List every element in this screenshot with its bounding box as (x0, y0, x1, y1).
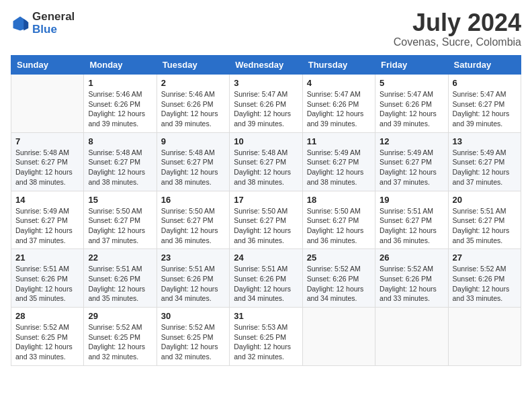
cell-day-number: 11 (307, 136, 371, 146)
cell-info: Sunrise: 5:49 AMSunset: 6:27 PMDaylight:… (453, 148, 517, 187)
logo-icon (11, 14, 30, 33)
cell-info: Sunrise: 5:52 AMSunset: 6:26 PMDaylight:… (307, 264, 371, 304)
calendar-cell: 28Sunrise: 5:52 AMSunset: 6:25 PMDayligh… (11, 308, 84, 366)
cell-info: Sunrise: 5:52 AMSunset: 6:26 PMDaylight:… (380, 264, 443, 304)
cell-day-number: 27 (453, 253, 517, 263)
cell-info: Sunrise: 5:49 AMSunset: 6:27 PMDaylight:… (15, 206, 79, 246)
cell-day-number: 14 (15, 195, 79, 205)
cell-info: Sunrise: 5:49 AMSunset: 6:27 PMDaylight:… (307, 148, 371, 187)
cell-info: Sunrise: 5:52 AMSunset: 6:25 PMDaylight:… (161, 322, 225, 362)
calendar-cell: 16Sunrise: 5:50 AMSunset: 6:27 PMDayligh… (157, 191, 229, 249)
cell-info: Sunrise: 5:51 AMSunset: 6:26 PMDaylight:… (234, 264, 298, 304)
calendar-cell: 24Sunrise: 5:51 AMSunset: 6:26 PMDayligh… (230, 249, 302, 308)
cell-day-number: 10 (234, 136, 298, 146)
page-header: General Blue July 2024 Covenas, Sucre, C… (11, 11, 521, 48)
calendar-cell: 30Sunrise: 5:52 AMSunset: 6:25 PMDayligh… (157, 308, 229, 366)
calendar-cell: 11Sunrise: 5:49 AMSunset: 6:27 PMDayligh… (302, 132, 375, 191)
cell-info: Sunrise: 5:50 AMSunset: 6:27 PMDaylight:… (88, 206, 152, 246)
calendar-cell: 23Sunrise: 5:51 AMSunset: 6:26 PMDayligh… (157, 249, 229, 308)
cell-info: Sunrise: 5:51 AMSunset: 6:27 PMDaylight:… (380, 206, 443, 246)
cell-day-number: 24 (234, 253, 298, 263)
calendar-cell: 15Sunrise: 5:50 AMSunset: 6:27 PMDayligh… (84, 191, 157, 249)
weekday-header: Sunday (11, 56, 84, 75)
calendar-table: SundayMondayTuesdayWednesdayThursdayFrid… (11, 55, 521, 366)
calendar-cell: 5Sunrise: 5:47 AMSunset: 6:26 PMDaylight… (375, 75, 448, 133)
cell-day-number: 6 (453, 78, 517, 88)
cell-day-number: 31 (234, 311, 298, 321)
cell-day-number: 28 (15, 311, 79, 321)
cell-info: Sunrise: 5:48 AMSunset: 6:27 PMDaylight:… (15, 148, 79, 187)
cell-info: Sunrise: 5:49 AMSunset: 6:27 PMDaylight:… (380, 148, 443, 187)
calendar-cell (375, 308, 448, 366)
cell-day-number: 20 (453, 195, 517, 205)
calendar-cell: 25Sunrise: 5:52 AMSunset: 6:26 PMDayligh… (302, 249, 375, 308)
cell-day-number: 21 (15, 253, 79, 263)
cell-day-number: 9 (161, 136, 225, 146)
calendar-cell: 3Sunrise: 5:47 AMSunset: 6:26 PMDaylight… (230, 75, 302, 133)
calendar-cell: 6Sunrise: 5:47 AMSunset: 6:27 PMDaylight… (448, 75, 521, 133)
calendar-cell: 1Sunrise: 5:46 AMSunset: 6:26 PMDaylight… (84, 75, 157, 133)
calendar-cell: 19Sunrise: 5:51 AMSunset: 6:27 PMDayligh… (375, 191, 448, 249)
cell-day-number: 19 (380, 195, 443, 205)
cell-day-number: 3 (234, 78, 298, 88)
cell-info: Sunrise: 5:53 AMSunset: 6:25 PMDaylight:… (234, 322, 298, 362)
cell-info: Sunrise: 5:51 AMSunset: 6:26 PMDaylight:… (15, 264, 79, 304)
svg-marker-1 (24, 19, 28, 31)
calendar-cell (302, 308, 375, 366)
cell-day-number: 13 (453, 136, 517, 146)
cell-day-number: 2 (161, 78, 225, 88)
cell-day-number: 16 (161, 195, 225, 205)
calendar-cell: 2Sunrise: 5:46 AMSunset: 6:26 PMDaylight… (157, 75, 229, 133)
cell-day-number: 22 (88, 253, 152, 263)
cell-day-number: 17 (234, 195, 298, 205)
cell-info: Sunrise: 5:47 AMSunset: 6:26 PMDaylight:… (380, 89, 443, 129)
cell-day-number: 5 (380, 78, 443, 88)
weekday-header: Monday (84, 56, 157, 75)
cell-info: Sunrise: 5:48 AMSunset: 6:27 PMDaylight:… (88, 148, 152, 187)
calendar-cell: 29Sunrise: 5:52 AMSunset: 6:25 PMDayligh… (84, 308, 157, 366)
cell-day-number: 30 (161, 311, 225, 321)
calendar-cell (11, 75, 84, 133)
calendar-week-row: 21Sunrise: 5:51 AMSunset: 6:26 PMDayligh… (11, 249, 521, 308)
calendar-cell: 22Sunrise: 5:51 AMSunset: 6:26 PMDayligh… (84, 249, 157, 308)
calendar-cell: 10Sunrise: 5:48 AMSunset: 6:27 PMDayligh… (230, 132, 302, 191)
weekday-header: Thursday (302, 56, 375, 75)
calendar-cell (448, 308, 521, 366)
logo-blue-text: Blue (32, 24, 75, 36)
calendar-cell: 18Sunrise: 5:50 AMSunset: 6:27 PMDayligh… (302, 191, 375, 249)
calendar-cell: 17Sunrise: 5:50 AMSunset: 6:27 PMDayligh… (230, 191, 302, 249)
cell-info: Sunrise: 5:52 AMSunset: 6:25 PMDaylight:… (88, 322, 152, 362)
calendar-cell: 26Sunrise: 5:52 AMSunset: 6:26 PMDayligh… (375, 249, 448, 308)
cell-day-number: 4 (307, 78, 371, 88)
calendar-cell: 20Sunrise: 5:51 AMSunset: 6:27 PMDayligh… (448, 191, 521, 249)
cell-info: Sunrise: 5:52 AMSunset: 6:26 PMDaylight:… (453, 264, 517, 304)
logo: General Blue (11, 11, 75, 36)
logo-general-text: General (32, 11, 75, 24)
calendar-cell: 31Sunrise: 5:53 AMSunset: 6:25 PMDayligh… (230, 308, 302, 366)
calendar-cell: 7Sunrise: 5:48 AMSunset: 6:27 PMDaylight… (11, 132, 84, 191)
cell-day-number: 29 (88, 311, 152, 321)
calendar-cell: 14Sunrise: 5:49 AMSunset: 6:27 PMDayligh… (11, 191, 84, 249)
calendar-week-row: 7Sunrise: 5:48 AMSunset: 6:27 PMDaylight… (11, 132, 521, 191)
cell-day-number: 8 (88, 136, 152, 146)
cell-info: Sunrise: 5:51 AMSunset: 6:26 PMDaylight:… (161, 264, 225, 304)
calendar-week-row: 14Sunrise: 5:49 AMSunset: 6:27 PMDayligh… (11, 191, 521, 249)
calendar-title: July 2024 (394, 11, 521, 35)
cell-info: Sunrise: 5:51 AMSunset: 6:26 PMDaylight:… (88, 264, 152, 304)
cell-day-number: 26 (380, 253, 443, 263)
cell-info: Sunrise: 5:51 AMSunset: 6:27 PMDaylight:… (453, 206, 517, 246)
calendar-week-row: 1Sunrise: 5:46 AMSunset: 6:26 PMDaylight… (11, 75, 521, 133)
calendar-cell: 13Sunrise: 5:49 AMSunset: 6:27 PMDayligh… (448, 132, 521, 191)
cell-info: Sunrise: 5:47 AMSunset: 6:26 PMDaylight:… (307, 89, 371, 129)
cell-day-number: 18 (307, 195, 371, 205)
cell-info: Sunrise: 5:50 AMSunset: 6:27 PMDaylight:… (234, 206, 298, 246)
cell-info: Sunrise: 5:52 AMSunset: 6:25 PMDaylight:… (15, 322, 79, 362)
cell-info: Sunrise: 5:46 AMSunset: 6:26 PMDaylight:… (88, 89, 152, 129)
calendar-week-row: 28Sunrise: 5:52 AMSunset: 6:25 PMDayligh… (11, 308, 521, 366)
cell-info: Sunrise: 5:46 AMSunset: 6:26 PMDaylight:… (161, 89, 225, 129)
cell-day-number: 12 (380, 136, 443, 146)
calendar-location: Covenas, Sucre, Colombia (394, 36, 521, 48)
calendar-cell: 9Sunrise: 5:48 AMSunset: 6:27 PMDaylight… (157, 132, 229, 191)
weekday-header: Friday (375, 56, 448, 75)
cell-info: Sunrise: 5:48 AMSunset: 6:27 PMDaylight:… (161, 148, 225, 187)
